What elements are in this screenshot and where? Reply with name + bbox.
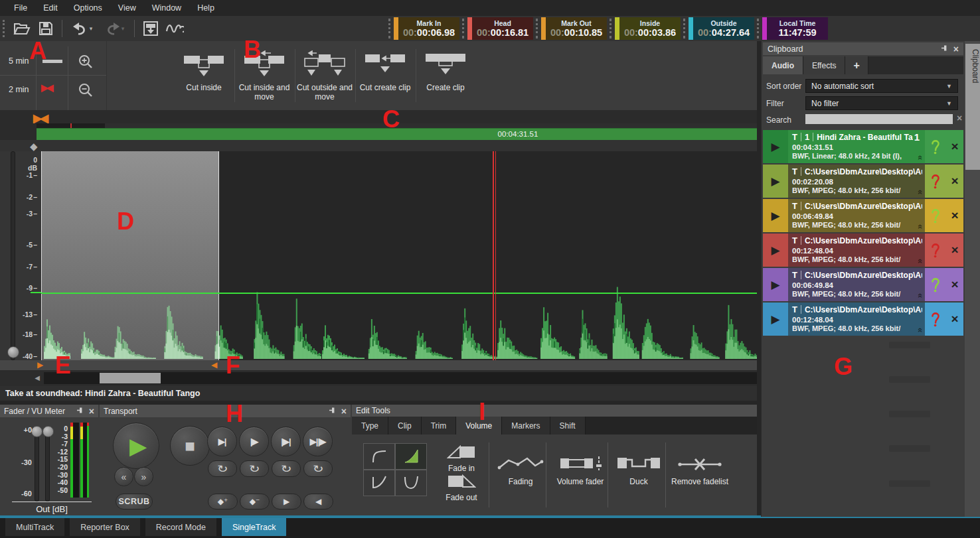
duck-button[interactable]: Duck xyxy=(611,454,667,486)
clipboard-entry[interactable]: ▶TC:\Users\DbmAzure\Desktop\Aud00:12:48.… xyxy=(763,303,963,336)
edit-marker-row[interactable]: ▶ ◀ xyxy=(0,360,761,370)
duration-bar[interactable]: 00:04:31.51 xyxy=(0,128,761,140)
chevron-up-icon[interactable]: « xyxy=(916,155,925,160)
entry-listen-cell[interactable] xyxy=(925,234,946,267)
entry-remove-cell[interactable]: × xyxy=(946,303,963,336)
cut-tool-cut-outside-and-move[interactable]: Cut outside and move xyxy=(295,50,355,101)
entry-play-cell[interactable]: ▶ xyxy=(763,234,788,267)
cut-tool-create-clip[interactable]: Create clip xyxy=(416,50,475,92)
menu-edit[interactable]: Edit xyxy=(36,1,65,15)
mode-tab-multitrack[interactable]: MultiTrack xyxy=(5,518,64,536)
redo-button[interactable]: ▾ xyxy=(100,19,128,38)
fade-out-button[interactable]: Fade out xyxy=(433,473,490,502)
chevron-up-icon[interactable]: « xyxy=(916,328,925,332)
marker-lane[interactable]: ◆ xyxy=(0,140,761,151)
clipboard-side-tab[interactable]: Clipboard xyxy=(965,44,980,170)
marker-button-1[interactable]: ◆⁺ xyxy=(208,494,238,509)
clipboard-tab-audio[interactable]: Audio xyxy=(763,56,803,74)
clipboard-entry[interactable]: ▶TC:\Users\DbmAzure\Desktop\Aud00:06:49.… xyxy=(763,199,963,232)
fader-track-left[interactable] xyxy=(35,427,39,502)
mark-out-handle-icon[interactable]: ◀ xyxy=(211,360,217,370)
waveform-canvas[interactable] xyxy=(41,151,757,360)
close-icon[interactable]: × xyxy=(953,45,959,53)
loop-button-4[interactable]: ↻ xyxy=(303,460,333,477)
menu-options[interactable]: Options xyxy=(66,1,110,15)
clipboard-entry[interactable]: ▶TC:\Users\DbmAzure\Desktop\Aud00:12:48.… xyxy=(763,234,963,267)
pin-icon[interactable] xyxy=(76,407,84,416)
jump-button-3[interactable]: |▶| xyxy=(271,427,301,456)
menu-view[interactable]: View xyxy=(111,1,143,15)
fade-curve-log-button[interactable] xyxy=(363,443,395,470)
chevron-up-icon[interactable]: « xyxy=(916,293,925,298)
zoom-out-button[interactable] xyxy=(76,81,96,101)
entry-remove-cell[interactable]: × xyxy=(946,268,963,301)
pin-icon[interactable] xyxy=(329,407,336,416)
scroll-track[interactable] xyxy=(44,372,757,384)
menu-file[interactable]: File xyxy=(7,1,35,15)
remove-fadelist-button[interactable]: Remove fadelist xyxy=(669,456,730,486)
entry-remove-cell[interactable]: × xyxy=(946,165,963,198)
entry-play-cell[interactable]: ▶ xyxy=(763,130,788,163)
tab-markers[interactable]: Markers xyxy=(502,417,550,435)
filter-dropdown[interactable]: No filter ▼ xyxy=(805,96,958,110)
close-icon[interactable]: × xyxy=(89,407,94,415)
entry-remove-cell[interactable]: × xyxy=(946,199,963,232)
entry-listen-cell[interactable] xyxy=(925,303,946,336)
loop-button-3[interactable]: ↻ xyxy=(272,460,301,477)
redo-dropdown-caret[interactable]: ▾ xyxy=(122,25,125,32)
entry-listen-cell[interactable] xyxy=(925,199,946,232)
entry-remove-cell[interactable]: × xyxy=(946,234,963,267)
save-button[interactable] xyxy=(36,19,56,38)
entry-listen-cell[interactable] xyxy=(925,268,946,301)
entry-listen-cell[interactable] xyxy=(925,130,946,163)
audio-signal-button[interactable] xyxy=(165,19,185,38)
fader-track-right[interactable] xyxy=(45,427,50,502)
clipboard-tab-effects[interactable]: Effects xyxy=(803,56,845,74)
fader-knob-left[interactable] xyxy=(31,426,42,437)
chevron-up-icon[interactable]: « xyxy=(916,259,925,263)
jump-button-4[interactable]: ▶||▶ xyxy=(303,427,333,456)
sort-order-dropdown[interactable]: No automatic sort ▼ xyxy=(805,79,958,93)
loop-button-2[interactable]: ↻ xyxy=(240,460,269,477)
mode-tab-reporter-box[interactable]: Reporter Box xyxy=(70,518,140,536)
tab-trim[interactable]: Trim xyxy=(422,417,457,435)
fade-curve-valley-button[interactable] xyxy=(363,470,395,496)
tab-clip[interactable]: Clip xyxy=(388,417,422,435)
zoom-preset-5min[interactable]: 5 min xyxy=(9,56,29,66)
marker-button-2[interactable]: ◆⁻ xyxy=(240,494,270,509)
toolbar-grip[interactable] xyxy=(3,20,6,37)
play-button[interactable]: ▶ xyxy=(113,423,159,469)
scroll-thumb[interactable] xyxy=(100,373,161,383)
close-icon[interactable]: × xyxy=(341,407,347,415)
skip-back-button[interactable]: « xyxy=(114,467,133,486)
open-button[interactable] xyxy=(12,19,32,38)
pin-icon[interactable] xyxy=(941,44,948,54)
entry-play-cell[interactable]: ▶ xyxy=(763,199,788,232)
mark-in-handle-icon[interactable]: ▶ xyxy=(37,360,43,370)
tab-type[interactable]: Type xyxy=(352,417,388,435)
search-input[interactable] xyxy=(805,114,953,124)
mode-tab-record-mode[interactable]: Record Mode xyxy=(145,518,216,536)
fade-curve-u-button[interactable] xyxy=(395,470,427,496)
loop-button-1[interactable]: ↻ xyxy=(208,460,237,477)
timeline-strip[interactable]: ▶◀ xyxy=(0,110,761,123)
marker-button-3[interactable]: ▶ xyxy=(272,494,301,509)
clear-search-icon[interactable]: × xyxy=(957,113,962,123)
volume-fader-button[interactable]: Volume fader xyxy=(550,454,611,486)
entry-listen-cell[interactable] xyxy=(925,165,946,198)
clipboard-entry[interactable]: ▶TC:\Users\DbmAzure\Desktop\Aud00:02:20.… xyxy=(763,165,963,198)
menu-help[interactable]: Help xyxy=(190,1,222,15)
fader-knob-right[interactable] xyxy=(42,426,54,437)
cut-tool-cut-create-clip[interactable]: Cut create clip xyxy=(355,50,415,92)
clipboard-tab-add[interactable]: + xyxy=(845,56,868,74)
scrub-button[interactable]: SCRUB xyxy=(116,494,153,509)
tab-shift[interactable]: Shift xyxy=(550,417,586,435)
entry-play-cell[interactable]: ▶ xyxy=(763,268,788,301)
jump-button-1[interactable]: ▶| xyxy=(207,427,237,456)
fade-in-button[interactable]: Fade in xyxy=(433,444,490,473)
fade-curve-ease-button[interactable] xyxy=(395,443,427,470)
vertical-zoom-slider[interactable] xyxy=(11,151,15,360)
jump-button-2[interactable]: |▶ xyxy=(239,427,269,456)
fading-button[interactable]: Fading xyxy=(493,454,548,486)
mode-tab-singletrack[interactable]: SingleTrack xyxy=(222,518,287,536)
